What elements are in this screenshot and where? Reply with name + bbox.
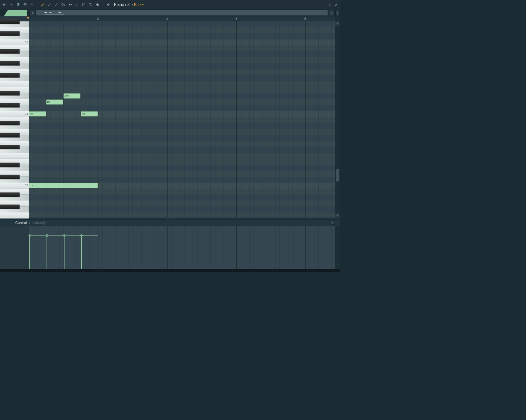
svg-point-12 <box>89 3 91 5</box>
control-expand-icon[interactable]: ▶ <box>29 221 31 224</box>
overview-scrollbar[interactable] <box>35 10 328 16</box>
midi-note[interactable]: D3 <box>46 99 63 104</box>
midi-note[interactable]: D#3 <box>63 93 80 98</box>
piano-roll-window: Piano roll - Kick — ▢ ✕ ◀ ▶ ⋮ 2345 C4C3C… <box>0 0 340 272</box>
bar-label: 3 <box>166 17 168 21</box>
toolbar: Piano roll - Kick — ▢ ✕ <box>0 0 340 9</box>
overview-next-button[interactable]: ▶ <box>329 10 335 16</box>
key-label: C4 <box>24 40 28 43</box>
window-title: Piano roll - Kick <box>114 2 144 7</box>
svg-rect-11 <box>83 3 85 6</box>
control-property-selector[interactable]: Velocity <box>32 220 46 225</box>
slice-tool-icon[interactable] <box>74 2 80 8</box>
overview-options-button[interactable]: ⋮ <box>335 10 340 16</box>
key-label: C2 <box>24 184 28 187</box>
scroll-thumb[interactable] <box>336 169 339 181</box>
velocity-lane[interactable] <box>29 226 335 269</box>
svg-line-13 <box>91 5 92 6</box>
svg-line-8 <box>62 4 64 6</box>
svg-rect-15 <box>99 4 99 6</box>
select-tool-icon[interactable] <box>81 2 87 8</box>
midi-note[interactable]: C2 <box>29 183 98 188</box>
control-label: Control <box>0 221 29 225</box>
paint-sequencer-icon[interactable] <box>53 2 59 8</box>
window-title-label: Piano roll - <box>114 2 134 7</box>
midi-note[interactable]: C3 <box>29 111 46 116</box>
control-header: Control ▶ Velocity ▾ <box>0 219 340 226</box>
control-options-button[interactable]: ▾ <box>331 221 335 224</box>
bar-label: 2 <box>97 17 99 21</box>
bar-label: 5 <box>304 17 306 21</box>
timeline: 2345 <box>0 16 340 21</box>
maximize-button[interactable]: ▢ <box>328 2 333 7</box>
stamp-icon[interactable] <box>22 2 28 8</box>
mute-tool-icon[interactable] <box>67 2 73 8</box>
scroll-down-button[interactable]: ▼ <box>335 213 340 218</box>
play-menu-icon[interactable] <box>2 2 8 8</box>
zoom-tool-icon[interactable] <box>88 2 94 8</box>
minimize-button[interactable]: — <box>323 2 328 7</box>
bar-label: 4 <box>235 17 237 21</box>
channel-selector[interactable]: Kick <box>134 2 144 7</box>
close-button[interactable]: ✕ <box>334 2 339 7</box>
midi-note[interactable]: C3 <box>81 111 98 116</box>
overview-strip: ◀ ▶ ⋮ <box>0 9 340 16</box>
magnet-icon[interactable] <box>15 2 21 8</box>
delete-tool-icon[interactable] <box>60 2 66 8</box>
vertical-scrollbar[interactable]: ▲ ▼ <box>335 21 340 218</box>
window-footer <box>0 269 340 272</box>
overview-tab[interactable] <box>0 9 29 16</box>
undo-icon[interactable] <box>29 2 35 8</box>
key-label: C3 <box>24 112 28 115</box>
scroll-up-button[interactable]: ▲ <box>335 21 340 26</box>
note-grid[interactable]: C3D3D#3C3C2 <box>29 21 335 218</box>
velocity-gutter <box>0 226 29 269</box>
timeline-ruler[interactable]: 2345 <box>29 16 340 21</box>
draw-tool-icon[interactable] <box>40 2 46 8</box>
audition-icon[interactable] <box>105 2 111 8</box>
playback-tool-icon[interactable] <box>95 2 100 8</box>
svg-rect-14 <box>98 4 99 6</box>
paint-tool-icon[interactable] <box>47 2 53 8</box>
wrench-icon[interactable] <box>8 2 14 8</box>
piano-keyboard[interactable]: C4C3C2 <box>0 21 29 218</box>
svg-marker-0 <box>4 3 6 6</box>
overview-prev-button[interactable]: ◀ <box>29 10 35 16</box>
